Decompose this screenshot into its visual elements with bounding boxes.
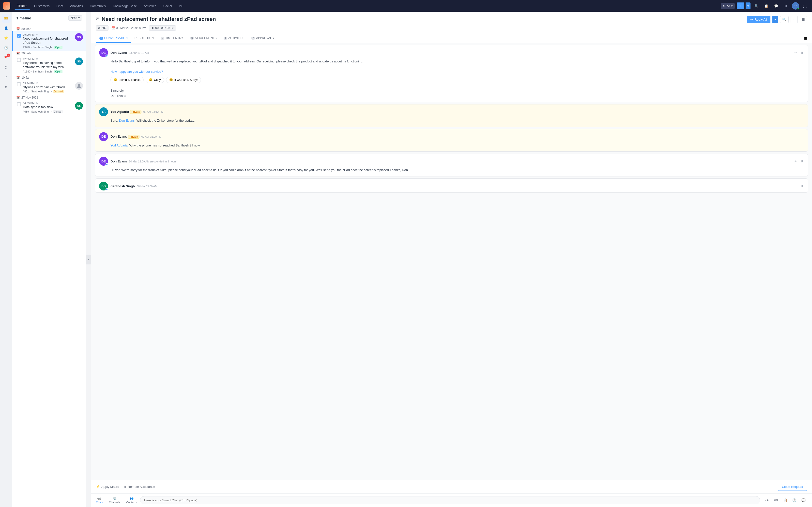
message-card: YA Yod Agbaria Private 02 Apr 03:12 PM S… [95, 104, 808, 127]
ticket-info: 03:44 PM ⏱ Styluses don't pair with zPad… [23, 82, 73, 93]
status-badge: Open [54, 70, 62, 73]
layout-toggle-button[interactable]: ☰ [800, 16, 807, 23]
settings-button[interactable]: ⚙ [782, 2, 790, 10]
chat-tool-button[interactable]: 💬 [800, 497, 807, 503]
bottom-toolbar: ZA ⌨ 📋 🕐 💬 [763, 497, 807, 503]
ticket-item[interactable]: 03:44 PM ⏱ Styluses don't pair with zPad… [12, 80, 86, 95]
mention-link[interactable]: Yod Agbaria [110, 144, 128, 147]
reply-all-dropdown-button[interactable]: ▾ [772, 16, 778, 23]
ticket-avatar: SS [75, 102, 83, 110]
nav-item-customers[interactable]: Customers [31, 3, 53, 9]
ticket-avatar: SS [75, 33, 83, 41]
message-card: DE Don Evans 03 Apr 10:10 AM ✏ ⊞ Hello S… [95, 45, 808, 102]
msg-name-time: Don Evans 03 Apr 10:10 AM [110, 51, 149, 55]
translate-button[interactable]: ZA [763, 497, 770, 503]
clipboard-button[interactable]: 📋 [782, 497, 789, 503]
collapse-panel-button[interactable]: ‹ [86, 255, 91, 265]
ticket-checkbox[interactable] [17, 102, 21, 106]
close-request-button[interactable]: Close Request [778, 483, 807, 491]
conversation-count: 6 [99, 37, 103, 40]
bottom-nav-contacts[interactable]: 👥 Contacts [126, 497, 137, 504]
ticket-timer[interactable]: ⏸ 00 : 00 : 03 ↻ [149, 25, 175, 31]
sidebar-item-flags[interactable]: 🚩 2 [2, 53, 11, 62]
more-options-button[interactable]: ··· [791, 16, 798, 23]
search-in-ticket-button[interactable]: 🔍 [780, 16, 789, 23]
nav-item-tickets[interactable]: Tickets [14, 2, 30, 10]
grid-button[interactable]: ⋮⋮ [801, 2, 809, 10]
expand-message-button[interactable]: ⊞ [800, 50, 804, 55]
mention-link[interactable]: Don Evans [119, 119, 135, 122]
tab-approvals[interactable]: 2 APPROVALS [248, 34, 277, 43]
apply-macro-button[interactable]: ⚡ Apply Macro [96, 485, 119, 489]
msg-actions: ⊞ [800, 184, 804, 188]
sidebar-item-settings[interactable]: ⚙ [2, 82, 11, 92]
chat-button[interactable]: 💬 [772, 2, 780, 10]
app-logo[interactable]: Z [3, 2, 10, 10]
tab-time-entry[interactable]: 2 TIME ENTRY [157, 34, 187, 43]
nav-item-knowledge-base[interactable]: Knowledge Base [110, 3, 140, 9]
ticket-item[interactable]: ✓ 09:00 PM ✉ Need replacement for shatte… [12, 31, 86, 51]
ticket-checkbox[interactable] [17, 58, 21, 62]
message-header: YA Yod Agbaria Private 02 Apr 03:12 PM [95, 104, 808, 118]
nav-item-activities[interactable]: Activities [141, 3, 159, 9]
nav-item-analytics[interactable]: Analytics [67, 3, 86, 9]
ticket-subject: Styluses don't pair with zPads [23, 85, 73, 90]
nav-item-community[interactable]: Community [87, 3, 109, 9]
nav-item-chat[interactable]: Chat [54, 3, 66, 9]
sidebar-item-timer[interactable]: ⏱ [2, 63, 11, 72]
ticket-checkbox[interactable] [17, 82, 21, 86]
date-label: 📅 10 Jan [16, 76, 82, 79]
notification-button[interactable]: 📋 [762, 2, 770, 10]
add-dropdown-button[interactable]: ▾ [746, 2, 751, 9]
message-card: SS Santhosh Singh 30 Mar 09:00 AM ⊞ [95, 178, 808, 193]
ticket-time: 12:25 PM [23, 58, 35, 60]
ticket-item[interactable]: 12:25 PM ↻ Hey there! I'm having some so… [12, 56, 86, 75]
tab-conversation[interactable]: 6 CONVERSATION [96, 34, 131, 43]
tab-resolution[interactable]: RESOLUTION [131, 34, 157, 43]
workspace-selector[interactable]: zPad ▾ [721, 3, 735, 9]
edit-message-button[interactable]: ✏ [794, 50, 798, 55]
reply-all-button[interactable]: ↩ Reply All [747, 16, 770, 23]
msg-sender-name: Don Evans [110, 51, 127, 55]
sidebar-item-share[interactable]: ↗ [2, 73, 11, 81]
remote-assistance-button[interactable]: 🖥 Remote Assistance [123, 485, 155, 489]
message-body: Hi Ivan,We're sorry for the trouble! Sur… [95, 168, 808, 176]
tab-attachments[interactable]: 3 ATTACHMENTS [187, 34, 220, 43]
smart-chat-input[interactable] [140, 496, 760, 504]
nav-item-social[interactable]: Social [160, 3, 175, 9]
search-button[interactable]: 🔍 [753, 2, 760, 10]
add-button[interactable]: + [737, 2, 744, 9]
timer-button[interactable]: 🕐 [791, 497, 798, 503]
status-dot [106, 163, 108, 166]
ticket-title-row: ✉ Need replacement for shattered zPad sc… [96, 16, 807, 23]
channels-icon: 📡 [113, 497, 116, 500]
tabs-overflow[interactable]: ☰ [804, 37, 807, 40]
feedback-okay-button[interactable]: 😐 Okay [146, 77, 164, 83]
user-avatar[interactable]: U [792, 2, 799, 10]
tab-activities[interactable]: 4 ACTIVITIES [220, 34, 248, 43]
timeline-filter[interactable]: zPad ▾ [68, 15, 82, 21]
sidebar-item-contacts[interactable]: 👤 [2, 23, 11, 33]
bottom-navigation: 💬 Chats 📡 Channels 👥 Contacts ZA ⌨ 📋 [91, 493, 812, 507]
keyboard-button[interactable]: ⌨ [772, 497, 780, 503]
attachments-count: 3 [190, 37, 194, 40]
edit-message-button[interactable]: ✏ [794, 159, 798, 163]
feedback-bad-button[interactable]: 😟 It was Bad. Sorry! [166, 77, 201, 83]
feedback-loved-button[interactable]: 😊 Loved it. Thanks [110, 77, 144, 83]
ticket-checkbox[interactable]: ✓ [17, 34, 21, 38]
left-sidebar: 🎫 👤 ⭐ 🕐 🚩 2 ⏱ ↗ ⚙ [0, 12, 12, 507]
nav-item-im[interactable]: IM [176, 3, 185, 9]
ticket-item[interactable]: 04:59 PM ↻ Data sync is too slow #689 · … [12, 100, 86, 115]
expand-message-button[interactable]: ⊞ [800, 159, 804, 163]
sidebar-item-starred[interactable]: ⭐ [2, 34, 11, 42]
bottom-nav-channels[interactable]: 📡 Channels [109, 497, 120, 504]
sidebar-item-history[interactable]: 🕐 [2, 43, 11, 52]
avatar: DE [99, 132, 108, 141]
bottom-nav-chats[interactable]: 💬 Chats [96, 497, 103, 504]
msg-name-time: Yod Agbaria Private 02 Apr 03:12 PM [110, 110, 164, 114]
message-body: Yod Agbaria, Why the phone has not reach… [95, 143, 808, 152]
expand-message-button[interactable]: ⊞ [800, 184, 804, 188]
date-label: 📅 30 Mar [16, 27, 82, 31]
sidebar-item-tickets[interactable]: 🎫 [2, 14, 11, 22]
date-label: 📅 20 Feb [16, 52, 82, 55]
